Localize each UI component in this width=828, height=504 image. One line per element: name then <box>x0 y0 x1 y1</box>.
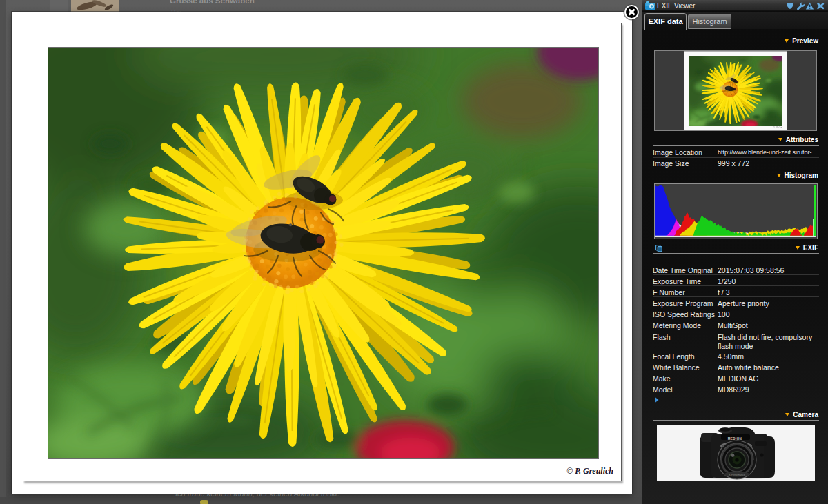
svg-text:MEDION: MEDION <box>728 437 742 441</box>
svg-text:X Performance: X Performance <box>729 474 745 476</box>
